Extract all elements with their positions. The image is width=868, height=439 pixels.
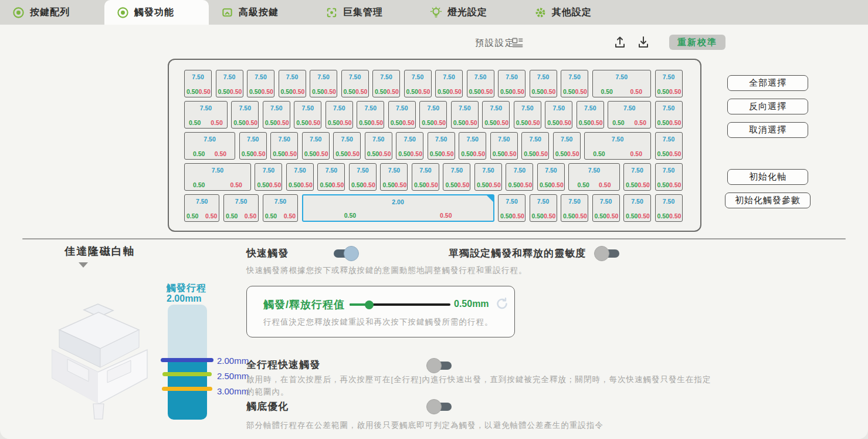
key[interactable]: 7.500.500.50 — [380, 163, 408, 191]
key[interactable]: 7.500.500.50 — [655, 101, 683, 129]
key[interactable]: 7.500.500.50 — [490, 132, 518, 160]
key[interactable]: 7.500.500.50 — [592, 70, 652, 97]
key-release-value: 0.50 — [575, 88, 586, 95]
marker-line-3mm — [162, 387, 212, 391]
key[interactable]: 7.500.500.50 — [459, 132, 486, 160]
chevron-down-icon[interactable] — [79, 262, 88, 268]
key[interactable]: 7.500.500.50 — [184, 101, 228, 129]
key[interactable]: 7.500.500.50 — [498, 194, 525, 222]
key[interactable]: 7.500.500.50 — [561, 70, 588, 97]
key[interactable]: 7.500.500.50 — [412, 163, 439, 191]
key[interactable]: 7.500.500.50 — [388, 101, 416, 129]
rapid-trigger-toggle[interactable] — [332, 246, 359, 261]
key[interactable]: 7.500.500.50 — [216, 70, 243, 97]
full-travel-toggle[interactable] — [426, 358, 453, 373]
bottom-out-toggle[interactable] — [426, 399, 453, 414]
key[interactable]: 7.500.500.50 — [451, 101, 479, 129]
key[interactable]: 7.500.500.50 — [530, 194, 557, 222]
key[interactable]: 7.500.500.50 — [302, 132, 330, 160]
key[interactable]: 7.500.500.50 — [365, 132, 392, 160]
key[interactable]: 7.500.500.50 — [530, 70, 557, 97]
rapid-trigger-title: 快速觸發 — [246, 246, 289, 260]
invert-selection-button[interactable]: 反向選擇 — [727, 99, 808, 114]
key[interactable]: 7.500.500.50 — [506, 163, 533, 191]
recalibrate-button[interactable]: 重新校準 — [669, 35, 725, 50]
key[interactable]: 7.500.500.50 — [537, 163, 565, 191]
init-trigger-params-button[interactable]: 初始化觸發參數 — [725, 193, 811, 208]
independent-sensitivity-toggle[interactable] — [594, 246, 621, 261]
key[interactable]: 7.500.500.50 — [404, 70, 432, 97]
preset-layout-icon[interactable] — [511, 36, 523, 48]
key[interactable]: 7.500.500.50 — [568, 163, 619, 191]
key[interactable]: 7.500.500.50 — [184, 194, 219, 222]
tab-trigger-function[interactable]: 觸發功能 — [104, 0, 209, 25]
key-trigger-value: 7.50 — [396, 136, 423, 143]
key[interactable]: 7.500.500.50 — [279, 70, 306, 97]
key[interactable]: 7.500.500.50 — [443, 163, 470, 191]
key[interactable]: 7.500.500.50 — [577, 101, 604, 129]
key[interactable]: 7.500.500.50 — [608, 101, 651, 129]
key[interactable]: 7.500.500.50 — [655, 132, 683, 160]
key[interactable]: 7.500.500.50 — [255, 163, 282, 191]
deselect-button[interactable]: 取消選擇 — [727, 122, 808, 138]
key[interactable]: 7.500.500.50 — [310, 70, 337, 97]
key[interactable]: 7.500.500.50 — [333, 132, 361, 160]
key[interactable]: 7.500.500.50 — [655, 70, 683, 97]
tab-macro-manager[interactable]: 巨集管理 — [313, 0, 418, 25]
key[interactable]: 7.500.500.50 — [419, 101, 447, 129]
tab-label: 巨集管理 — [343, 6, 383, 19]
key[interactable]: 7.500.500.50 — [263, 194, 298, 222]
key[interactable]: 7.500.500.50 — [623, 163, 651, 191]
tab-lighting[interactable]: 燈光設定 — [418, 0, 522, 25]
key[interactable]: 7.500.500.50 — [435, 70, 463, 97]
key[interactable]: 7.500.500.50 — [223, 194, 259, 222]
key[interactable]: 7.500.500.50 — [514, 101, 541, 129]
key[interactable]: 7.500.500.50 — [498, 70, 525, 97]
key[interactable]: 7.500.500.50 — [584, 132, 651, 160]
key[interactable]: 7.500.500.50 — [231, 101, 259, 129]
travel-slider-knob[interactable] — [365, 300, 374, 309]
key[interactable]: 7.500.500.50 — [263, 101, 290, 129]
tab-advanced-keys[interactable]: 高級按鍵 — [209, 0, 313, 25]
travel-slider-track[interactable] — [350, 303, 450, 306]
key[interactable]: 7.500.500.50 — [184, 70, 212, 97]
key[interactable]: 7.500.500.50 — [545, 101, 572, 129]
key[interactable]: 7.500.500.50 — [655, 194, 683, 222]
key[interactable]: 7.500.500.50 — [270, 132, 298, 160]
switch-selector[interactable]: 佳達隆磁白軸 — [32, 244, 167, 258]
key[interactable]: 7.500.500.50 — [357, 101, 384, 129]
select-all-button[interactable]: 全部選擇 — [727, 75, 808, 91]
tab-other-settings[interactable]: 其他設定 — [522, 0, 626, 25]
key[interactable]: 7.500.500.50 — [474, 163, 502, 191]
init-axis-button[interactable]: 初始化軸 — [727, 169, 808, 185]
reset-icon[interactable] — [495, 296, 509, 310]
key[interactable]: 7.500.500.50 — [247, 70, 274, 97]
key[interactable]: 7.500.500.50 — [317, 163, 345, 191]
key[interactable]: 7.500.500.50 — [482, 101, 510, 129]
key[interactable]: 7.500.500.50 — [553, 132, 581, 160]
key[interactable]: 7.500.500.50 — [372, 70, 400, 97]
key[interactable]: 7.500.500.50 — [184, 163, 251, 191]
key-bottom-values: 0.500.50 — [422, 119, 445, 126]
key-trigger-value: 7.50 — [656, 198, 682, 205]
key[interactable]: 7.500.500.50 — [294, 101, 321, 129]
tab-key-layout[interactable]: 按鍵配列 — [0, 0, 104, 25]
key[interactable]: 7.500.500.50 — [341, 70, 369, 97]
download-icon[interactable] — [637, 35, 650, 49]
key[interactable]: 7.500.500.50 — [326, 101, 353, 129]
key[interactable]: 7.500.500.50 — [655, 163, 683, 191]
travel-slider-value: 0.50mm — [454, 299, 489, 309]
key[interactable]: 7.500.500.50 — [239, 132, 267, 160]
key-selected[interactable]: 2.000.500.50 — [302, 194, 494, 222]
key[interactable]: 7.500.500.50 — [349, 163, 377, 191]
key[interactable]: 7.500.500.50 — [467, 70, 494, 97]
key[interactable]: 7.500.500.50 — [521, 132, 549, 160]
key[interactable]: 7.500.500.50 — [286, 163, 314, 191]
key[interactable]: 7.500.500.50 — [184, 132, 235, 160]
key[interactable]: 7.500.500.50 — [561, 194, 588, 222]
key[interactable]: 7.500.500.50 — [396, 132, 423, 160]
key[interactable]: 7.500.500.50 — [428, 132, 455, 160]
upload-icon[interactable] — [613, 35, 626, 49]
key[interactable]: 7.500.500.50 — [592, 194, 620, 222]
key[interactable]: 7.500.500.50 — [623, 194, 651, 222]
